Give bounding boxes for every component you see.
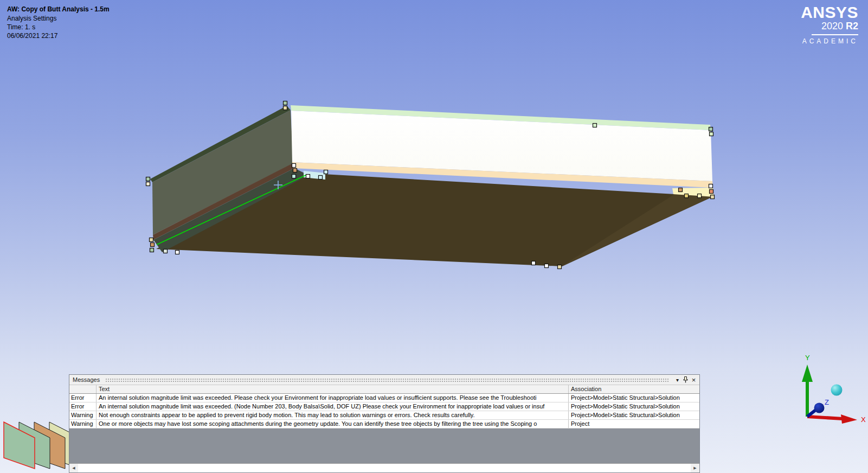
ansys-version-number: 2020: [821, 21, 843, 31]
triad-y-label: Y: [805, 354, 810, 362]
ansys-logo-version: 2020 R2: [801, 21, 858, 31]
messages-panel: Messages ▾ × Text Association Error An i…: [69, 374, 700, 473]
analysis-title: AW: Copy of Butt Analysis - 1.5m: [7, 5, 110, 14]
column-header-association[interactable]: Association: [569, 385, 699, 393]
message-severity: Error: [69, 402, 97, 411]
annotation-object: Analysis Settings: [7, 14, 110, 23]
annotation-date: 06/06/2021 22:17: [7, 31, 110, 40]
message-text: Not enough constraints appear to be appl…: [97, 411, 569, 419]
viewport-annotation: AW: Copy of Butt Analysis - 1.5m Analysi…: [7, 5, 110, 40]
ansys-logo-name: ANSYS: [801, 4, 858, 21]
message-text: One or more objects may have lost some s…: [97, 420, 569, 428]
message-association: Project>Model>Static Structural>Solution: [569, 411, 699, 419]
ansys-release-number: R2: [846, 21, 858, 31]
scroll-left-icon: ◀: [72, 466, 75, 470]
triad-iso-ball[interactable]: [831, 385, 843, 396]
panel-pin-button[interactable]: [681, 376, 690, 384]
triad-x-label: X: [861, 416, 866, 424]
message-association: Project>Model>Static Structural>Solution: [569, 394, 699, 402]
message-row[interactable]: Error An internal solution magnitude lim…: [69, 402, 699, 411]
ansys-graphics-viewport[interactable]: Y X Z AW: Copy of Butt Analysis - 1.5m A…: [0, 0, 868, 473]
message-association: Project: [569, 420, 699, 428]
message-row[interactable]: Error An internal solution magnitude lim…: [69, 394, 699, 402]
ply-stack-preview: [0, 404, 70, 473]
sandwich-panel-model: [146, 101, 715, 269]
message-text: An internal solution magnitude limit was…: [97, 394, 569, 402]
message-row[interactable]: Warning One or more objects may have los…: [69, 420, 699, 429]
pin-icon: [683, 376, 689, 383]
message-severity: Warning: [69, 420, 97, 428]
triad-y-axis[interactable]: Y: [802, 354, 813, 417]
column-header-severity[interactable]: [69, 385, 97, 393]
messages-column-headers: Text Association: [69, 385, 699, 394]
annotation-time: Time: 1. s: [7, 23, 110, 31]
ansys-logo-divider: [812, 34, 858, 35]
orientation-triad[interactable]: Y X Z: [756, 332, 868, 440]
panel-close-button[interactable]: ×: [690, 376, 698, 384]
triad-x-axis[interactable]: X: [807, 414, 866, 424]
messages-panel-title: Messages: [73, 376, 100, 383]
close-icon: ×: [692, 376, 696, 384]
triad-z-axis[interactable]: Z: [807, 398, 829, 417]
panel-collapse-button[interactable]: ▾: [673, 376, 681, 384]
scroll-track[interactable]: [78, 464, 691, 472]
column-header-text[interactable]: Text: [97, 385, 569, 393]
message-row[interactable]: Warning Not enough constraints appear to…: [69, 411, 699, 420]
ansys-logo: ANSYS 2020 R2 ACADEMIC: [801, 4, 858, 45]
scroll-left-button[interactable]: ◀: [69, 464, 78, 472]
message-severity: Warning: [69, 411, 97, 419]
chevron-down-icon: ▾: [676, 377, 679, 383]
message-severity: Error: [69, 394, 97, 402]
messages-horizontal-scrollbar[interactable]: ◀ ▶: [69, 463, 699, 472]
message-text: An internal solution magnitude limit was…: [97, 402, 569, 411]
message-association: Project>Model>Static Structural>Solution: [569, 402, 699, 411]
messages-empty-area: [69, 429, 699, 463]
ansys-logo-edition: ACADEMIC: [801, 37, 858, 45]
scroll-right-button[interactable]: ▶: [691, 464, 699, 472]
panel-drag-handle[interactable]: [105, 378, 669, 383]
scroll-right-icon: ▶: [693, 466, 696, 470]
messages-panel-header: Messages ▾ ×: [69, 375, 699, 385]
triad-z-label: Z: [825, 398, 829, 406]
